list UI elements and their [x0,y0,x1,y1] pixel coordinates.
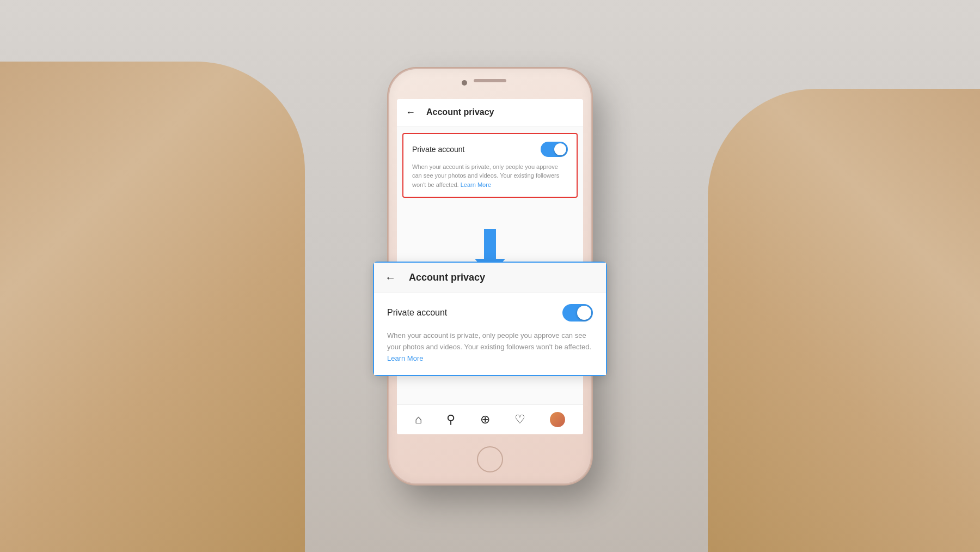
hand-right [708,89,980,552]
private-account-label: Private account [412,145,465,154]
back-arrow-icon[interactable]: ← [406,107,415,118]
nav-heart-icon[interactable]: ♡ [514,413,525,427]
private-account-toggle[interactable] [541,142,568,157]
popup-private-account-row: Private account [387,304,593,322]
arrow-shaft [484,229,496,259]
nav-home-icon[interactable]: ⌂ [415,413,422,427]
learn-more-link[interactable]: Learn More [461,181,491,188]
popup-back-arrow-icon[interactable]: ← [385,271,396,284]
nav-add-icon[interactable]: ⊕ [480,413,490,427]
popup-learn-more-link[interactable]: Learn More [387,354,423,362]
bottom-navigation: ⌂ ⚲ ⊕ ♡ [397,404,583,434]
hand-left [0,62,305,552]
private-account-section-highlighted: Private account When your account is pri… [402,133,578,198]
phone-speaker [474,79,506,82]
popup-privacy-description: When your account is private, only peopl… [387,330,593,364]
popup-body: Private account When your account is pri… [374,293,606,375]
popup-title: Account privacy [409,272,485,283]
page-title: Account privacy [426,107,494,117]
privacy-description: When your account is private, only peopl… [412,162,568,190]
account-privacy-popup: ← Account privacy Private account When y… [373,262,607,376]
home-button[interactable] [477,446,503,472]
private-account-row: Private account [412,142,568,157]
app-header: ← Account privacy [397,99,583,126]
popup-header: ← Account privacy [374,263,606,293]
popup-private-account-label: Private account [387,308,447,318]
phone-camera [462,80,467,86]
nav-search-icon[interactable]: ⚲ [446,413,455,427]
nav-profile-avatar[interactable] [550,412,565,427]
popup-private-account-toggle[interactable] [562,304,593,322]
phone-top [457,79,523,82]
